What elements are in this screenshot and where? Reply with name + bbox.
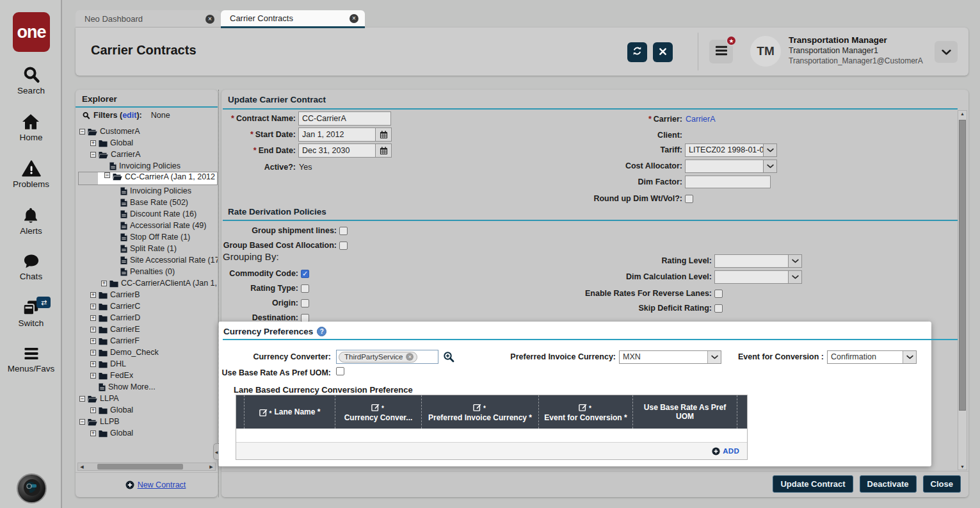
refresh-button[interactable] — [627, 42, 647, 62]
new-contract-link[interactable]: New Contract — [138, 480, 186, 489]
scroll-thumb[interactable] — [97, 464, 183, 470]
close-page-button[interactable] — [653, 42, 673, 62]
rating-level-select[interactable] — [714, 254, 802, 268]
tree-item[interactable]: +Global — [76, 137, 218, 149]
lane-column-header[interactable]: *Event for Conversion * — [539, 395, 633, 429]
sidebar-item-search[interactable]: Search — [17, 65, 45, 95]
lane-column-header[interactable]: Use Base Rate As Pref UOM — [633, 395, 737, 429]
help-icon[interactable]: ? — [317, 327, 326, 336]
tab-neo-dashboard[interactable]: Neo Dashboard× — [76, 10, 221, 28]
sidebar-item-problems[interactable]: Problems — [13, 159, 49, 189]
lane-column-header[interactable]: *Preferred Invoice Currency * — [422, 395, 539, 429]
tab-close-icon[interactable]: × — [349, 14, 358, 23]
explorer-horizontal-scrollbar[interactable]: ◀ ▶ — [77, 463, 216, 471]
tree-toggle-plus-icon[interactable]: + — [90, 327, 96, 332]
preferred-invoice-currency-select[interactable]: MXN — [619, 350, 721, 364]
tree-item[interactable]: +CC-CarrierAClientA (Jan 1, 202 — [76, 277, 218, 289]
cost-allocator-select[interactable] — [685, 160, 777, 173]
add-row-link[interactable]: ADD — [712, 447, 739, 455]
tree-item[interactable]: +Demo_Check — [76, 347, 218, 358]
lane-table-empty-row[interactable] — [236, 429, 747, 443]
use-base-rate-checkbox[interactable] — [336, 367, 344, 375]
close-button[interactable]: Close — [923, 475, 961, 493]
tree-toggle-minus-icon[interactable]: − — [104, 172, 110, 178]
tab-carrier-contracts[interactable]: Carrier Contracts× — [221, 10, 365, 28]
tree-item[interactable]: +CarrierF — [76, 335, 218, 347]
sidebar-item-home[interactable]: Home — [19, 112, 42, 142]
tree-item[interactable]: Invoicing Policies — [76, 160, 218, 172]
tariff-select[interactable]: LITECZ02 1998-01-01 — [685, 143, 777, 157]
currency-converter-input[interactable]: ThirdPartyService× — [336, 350, 438, 364]
form-vertical-scrollbar[interactable]: ▲ ▼ — [958, 110, 967, 470]
sidebar-item-chats[interactable]: Chats — [20, 252, 42, 281]
tree-toggle-plus-icon[interactable]: + — [90, 373, 96, 379]
tree-item[interactable]: Site Accessorial Rate (17) — [76, 254, 218, 266]
tree-toggle-plus-icon[interactable]: + — [90, 350, 96, 356]
tree-item[interactable]: +CarrierC — [76, 300, 218, 312]
tree-item[interactable]: +Global — [76, 404, 218, 416]
tree-item[interactable]: +Global — [76, 427, 218, 439]
chip-remove-icon[interactable]: × — [406, 353, 414, 361]
tree-item[interactable]: +CarrierE — [76, 324, 218, 335]
carrier-link[interactable]: CarrierA — [686, 115, 716, 124]
scroll-down-arrow-icon[interactable]: ▼ — [958, 464, 967, 469]
tree-toggle-plus-icon[interactable]: + — [90, 140, 96, 146]
tree-toggle-plus-icon[interactable]: + — [101, 281, 107, 286]
tab-close-icon[interactable]: × — [205, 15, 214, 24]
sidebar-item-alerts[interactable]: Alerts — [20, 206, 42, 236]
tree-item[interactable]: Split Rate (1) — [76, 243, 218, 254]
tree-item[interactable]: −LLPB — [76, 416, 218, 427]
scroll-left-arrow-icon[interactable]: ◀ — [78, 464, 86, 470]
sidebar-item-menus-favs[interactable]: Menus/Favs — [8, 345, 55, 373]
ai-assistant-button[interactable] — [17, 473, 47, 504]
tree-toggle-minus-icon[interactable]: − — [79, 419, 85, 425]
group-based-cost-allocation-checkbox[interactable] — [339, 242, 348, 250]
lane-column-header[interactable]: *Currency Conver... — [335, 395, 422, 429]
skip-deficit-rating-checkbox[interactable] — [714, 304, 723, 313]
panel-splitter[interactable] — [218, 90, 219, 497]
tree-toggle-plus-icon[interactable]: + — [90, 292, 96, 298]
tree-toggle-minus-icon[interactable]: − — [90, 152, 96, 158]
tree-toggle-minus-icon[interactable]: − — [79, 129, 85, 135]
tree-item[interactable]: +FedEx — [76, 370, 218, 381]
scroll-right-arrow-icon[interactable]: ▶ — [207, 464, 215, 470]
tree-toggle-plus-icon[interactable]: + — [90, 338, 96, 344]
tree-item[interactable]: Accessorial Rate (49) — [76, 220, 218, 231]
user-avatar[interactable]: TM — [750, 36, 781, 67]
tree-item[interactable]: −CC-CarrierA (Jan 1, 2012 - Dec — [78, 172, 218, 185]
tree-toggle-minus-icon[interactable]: − — [79, 396, 85, 402]
filters-edit-link[interactable]: edit — [122, 111, 136, 120]
splitter-collapse-handle[interactable]: ◀ — [213, 443, 219, 460]
tree-item[interactable]: +CarrierD — [76, 312, 218, 324]
tree-item[interactable]: −CarrierA — [76, 149, 218, 160]
update-contract-button[interactable]: Update Contract — [773, 475, 853, 493]
tree-item[interactable]: Base Rate (502) — [76, 197, 218, 208]
enable-reverse-lanes-checkbox[interactable] — [714, 290, 723, 298]
lane-column-header[interactable]: *Lane Name * — [245, 395, 335, 429]
tree-item[interactable]: +CarrierB — [76, 289, 218, 300]
scroll-thumb[interactable] — [959, 120, 966, 411]
tree-item[interactable]: −CustomerA — [76, 126, 218, 137]
tree-item[interactable]: −LLPA — [76, 393, 218, 404]
sidebar-item-switch[interactable]: ⇄Switch — [19, 298, 44, 328]
tree-item[interactable]: Stop Off Rate (1) — [76, 231, 218, 243]
dim-calculation-level-select[interactable] — [714, 270, 802, 284]
tree-toggle-plus-icon[interactable]: + — [90, 304, 96, 309]
scroll-up-arrow-icon[interactable]: ▲ — [958, 111, 967, 116]
dim-factor-input[interactable] — [685, 176, 771, 188]
deactivate-button[interactable]: Deactivate — [860, 475, 917, 493]
tree-toggle-plus-icon[interactable]: + — [90, 315, 96, 321]
tree-toggle-plus-icon[interactable]: + — [90, 407, 96, 413]
round-up-dim-checkbox[interactable] — [685, 195, 693, 203]
lookup-zoom-icon[interactable] — [443, 351, 454, 365]
tree-item[interactable]: Penalties (0) — [76, 266, 218, 277]
group-shipment-lines-checkbox[interactable] — [339, 227, 348, 235]
tree-toggle-plus-icon[interactable]: + — [90, 430, 96, 436]
one-logo[interactable]: one — [13, 12, 50, 52]
event-for-conversion-select[interactable]: Confirmation — [827, 350, 917, 364]
tree-item[interactable]: Discount Rate (16) — [76, 208, 218, 220]
tree-item[interactable]: Show More... — [76, 381, 218, 393]
tree-toggle-plus-icon[interactable]: + — [90, 361, 96, 367]
tree-item[interactable]: +DHL — [76, 358, 218, 370]
tree-item[interactable]: Invoicing Policies — [76, 185, 218, 197]
